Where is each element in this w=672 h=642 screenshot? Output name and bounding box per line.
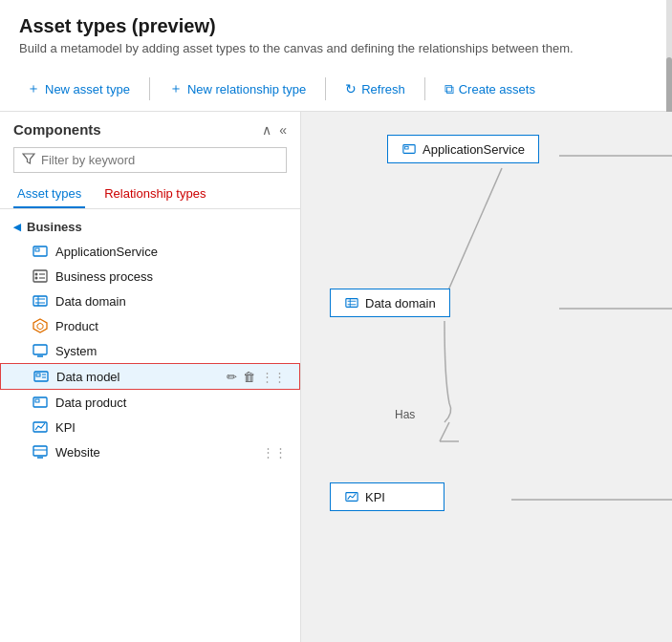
item-actions-bars: ⋮⋮ <box>262 445 287 460</box>
page-subtitle: Build a metamodel by adding asset types … <box>19 41 653 55</box>
bars-icon: ⋮⋮ <box>262 445 287 460</box>
canvas-node-kpi[interactable]: KPI <box>330 482 444 511</box>
svg-rect-7 <box>33 296 47 306</box>
svg-marker-8 <box>33 319 47 332</box>
refresh-icon: ↻ <box>345 81 357 96</box>
refresh-button[interactable]: ↻ Refresh <box>334 75 417 102</box>
collapse-icon[interactable]: ∧ <box>262 122 271 138</box>
page: Asset types (preview) Build a metamodel … <box>0 0 672 642</box>
item-label: KPI <box>55 420 287 435</box>
system-icon <box>33 343 48 358</box>
business-process-icon <box>33 268 48 284</box>
svg-point-5 <box>35 277 38 280</box>
toolbar-divider-1 <box>149 77 150 100</box>
svg-rect-29 <box>405 146 409 149</box>
sidebar-controls: ∧ « <box>262 122 287 138</box>
svg-marker-9 <box>37 323 43 330</box>
svg-rect-10 <box>33 345 47 354</box>
item-label: Website <box>55 445 254 460</box>
canvas[interactable]: ApplicationService Data domain Has KPI <box>301 112 672 642</box>
drag-handle-icon: ⋮⋮ <box>261 370 286 384</box>
tab-asset-types[interactable]: Asset types <box>13 181 85 208</box>
business-section-header[interactable]: ◀ Business <box>0 215 300 239</box>
canvas-node-icon <box>401 141 417 157</box>
plus-icon-2: ＋ <box>169 80 183 97</box>
search-box <box>13 147 287 173</box>
list-item[interactable]: Website ⋮⋮ <box>0 439 300 464</box>
list-item[interactable]: Data model ✏ 🗑 ⋮⋮ <box>0 363 300 390</box>
tabs: Asset types Relationship types <box>0 181 300 209</box>
delete-icon[interactable]: 🗑 <box>243 370 255 384</box>
filter-icon <box>22 152 35 168</box>
create-assets-button[interactable]: ⧉ Create assets <box>433 75 547 103</box>
edit-icon[interactable]: ✏ <box>227 370 237 384</box>
canvas-node-label: KPI <box>365 490 385 504</box>
page-title: Asset types (preview) <box>19 15 653 37</box>
list-item[interactable]: KPI <box>0 415 300 439</box>
plus-icon-1: ＋ <box>27 80 40 97</box>
create-icon: ⧉ <box>444 81 454 97</box>
sidebar-header: Components ∧ « <box>0 112 300 143</box>
item-label: ApplicationService <box>55 245 287 259</box>
canvas-node-icon <box>344 295 359 310</box>
list-item[interactable]: Data product <box>0 390 300 415</box>
canvas-node-label: ApplicationService <box>423 142 525 157</box>
canvas-node-data-domain[interactable]: Data domain <box>330 289 450 317</box>
canvas-node-app-service[interactable]: ApplicationService <box>387 135 539 163</box>
item-label: Product <box>55 319 287 333</box>
tab-relationship-types[interactable]: Relationship types <box>100 181 209 208</box>
sidebar-toggle-icon[interactable]: « <box>279 122 287 138</box>
product-icon <box>33 318 48 333</box>
toolbar-divider-2 <box>325 77 326 100</box>
list-item[interactable]: Data domain <box>0 289 300 313</box>
data-domain-icon <box>33 293 48 309</box>
data-model-icon <box>33 369 49 384</box>
canvas-connections <box>301 112 672 642</box>
data-product-icon <box>33 395 48 410</box>
svg-line-25 <box>440 422 449 441</box>
sidebar-title: Components <box>13 121 101 138</box>
sidebar: Components ∧ « Asset types Relationship … <box>0 112 301 642</box>
new-asset-type-button[interactable]: ＋ New asset type <box>15 75 141 103</box>
business-section: ◀ Business ApplicationService Busine <box>0 215 300 464</box>
list-item[interactable]: System <box>0 338 300 363</box>
svg-rect-19 <box>33 446 47 456</box>
kpi-icon <box>33 419 48 435</box>
item-label: System <box>55 344 287 358</box>
canvas-node-icon <box>344 489 359 504</box>
svg-rect-2 <box>33 270 47 282</box>
list-item[interactable]: ApplicationService <box>0 239 300 264</box>
search-input[interactable] <box>41 153 278 167</box>
item-actions: ✏ 🗑 ⋮⋮ <box>227 370 286 384</box>
svg-rect-13 <box>36 374 40 376</box>
canvas-node-label: Data domain <box>365 296 436 310</box>
svg-line-23 <box>444 168 502 299</box>
section-label: Business <box>27 220 82 234</box>
svg-rect-1 <box>35 248 39 251</box>
item-label: Data domain <box>55 294 287 309</box>
canvas-has-label: Has <box>395 408 415 421</box>
item-label: Data model <box>56 370 219 384</box>
svg-rect-17 <box>35 399 39 402</box>
new-relationship-type-button[interactable]: ＋ New relationship type <box>158 75 317 103</box>
section-arrow-icon: ◀ <box>13 222 21 232</box>
svg-point-3 <box>35 273 38 276</box>
asset-tree: ◀ Business ApplicationService Busine <box>0 209 300 642</box>
svg-rect-30 <box>346 299 358 308</box>
toolbar-divider-3 <box>424 77 425 100</box>
list-item[interactable]: Business process <box>0 264 300 289</box>
main-area: Components ∧ « Asset types Relationship … <box>0 112 672 642</box>
header: Asset types (preview) Build a metamodel … <box>0 0 672 67</box>
list-item[interactable]: Product <box>0 313 300 338</box>
app-service-icon <box>33 244 48 259</box>
item-label: Data product <box>55 396 287 410</box>
toolbar: ＋ New asset type ＋ New relationship type… <box>0 67 672 112</box>
item-label: Business process <box>55 269 287 284</box>
website-icon <box>33 444 48 460</box>
